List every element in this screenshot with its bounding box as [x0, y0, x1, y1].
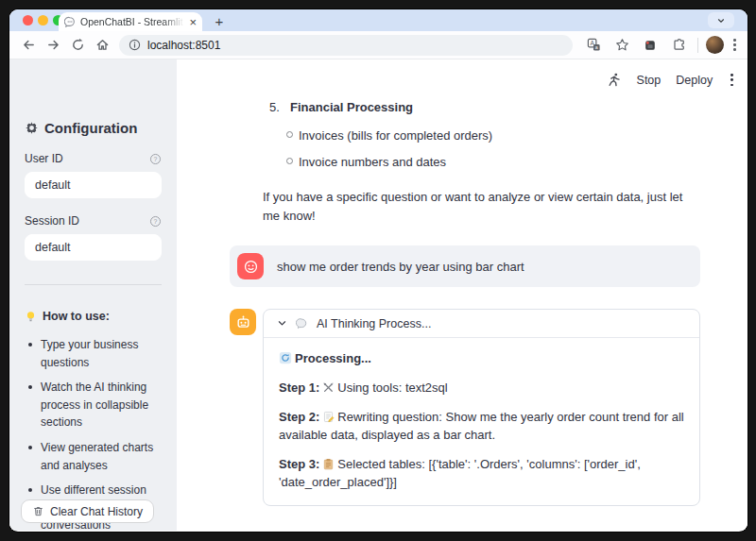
sub-list-item: Invoices (bills for completed orders) [230, 127, 700, 145]
main-area: Stop Deploy 5. Financial Processing Invo… [177, 59, 747, 531]
home-button[interactable] [91, 34, 113, 57]
lightbulb-icon [25, 311, 37, 323]
thinking-expander: AI Thinking Process... Processing... Ste… [263, 309, 700, 506]
user-face-icon [243, 259, 259, 275]
help-icon[interactable]: ? [149, 153, 162, 165]
window-controls [23, 15, 63, 25]
address-bar[interactable]: localhost:8501 [119, 35, 573, 56]
extension-badge-icon [644, 39, 657, 52]
session-id-label: Session ID [25, 214, 79, 228]
thinking-step: Step 1:Using tools: text2sql [279, 380, 684, 397]
list-item: Type your business questions [25, 336, 162, 371]
svg-text:?: ? [154, 155, 158, 161]
list-item: View generated charts and analyses [25, 439, 162, 474]
browser-menu-button[interactable] [730, 37, 740, 53]
tools-icon [322, 381, 335, 394]
help-icon[interactable]: ? [149, 215, 162, 228]
bookmark-button[interactable] [610, 34, 633, 57]
chevron-down-icon [716, 16, 726, 25]
translate-button[interactable]: Aa [582, 34, 605, 57]
minimize-window-button[interactable] [38, 15, 48, 25]
browser-window: OpenChatBI - Streamlit Interf × + localh… [9, 9, 747, 532]
browser-toolbar: localhost:8501 Aa [9, 31, 747, 59]
clear-chat-history-button[interactable]: Clear Chat History [21, 499, 154, 523]
reload-icon [71, 38, 85, 52]
tab-close-icon[interactable]: × [189, 16, 197, 28]
pinned-extension-button[interactable] [639, 34, 662, 57]
sidebar-title: Configuration [25, 120, 162, 136]
session-id-field[interactable] [25, 234, 162, 261]
back-arrow-icon [22, 38, 36, 52]
user-message-text: show me order trends by year using bar c… [277, 260, 524, 274]
thinking-expander-body: Processing... Step 1:Using tools: text2s… [264, 338, 699, 505]
puzzle-icon [672, 38, 686, 52]
assistant-closing-text: If you have a specific question or want … [230, 188, 700, 225]
list-title: Financial Processing [290, 100, 413, 114]
how-to-use-title: How to use: [25, 310, 162, 323]
chat-content: 5. Financial Processing Invoices (bills … [230, 59, 700, 532]
new-tab-button[interactable]: + [211, 13, 228, 30]
svg-text:a: a [595, 44, 598, 50]
trash-icon [32, 505, 44, 517]
memo-icon [322, 411, 335, 423]
assistant-avatar [230, 309, 256, 335]
tab-strip: OpenChatBI - Streamlit Interf × + [9, 9, 747, 31]
refresh-icon [279, 351, 292, 364]
thought-bubble-icon [296, 317, 308, 330]
processing-line: Processing... [279, 350, 684, 368]
star-icon [615, 38, 629, 52]
clipboard-icon [322, 458, 335, 470]
thinking-step: Step 2:Rewriting question: Show me the y… [279, 409, 684, 445]
gear-icon [25, 121, 39, 135]
list-number: 5. [269, 100, 283, 114]
assistant-message: AI Thinking Process... Processing... Ste… [230, 309, 700, 506]
url-text[interactable]: localhost:8501 [147, 39, 220, 52]
assistant-message-tail: 5. Financial Processing Invoices (bills … [230, 100, 700, 225]
back-button[interactable] [17, 34, 40, 57]
thinking-expander-header[interactable]: AI Thinking Process... [264, 310, 699, 338]
forward-arrow-icon [46, 38, 60, 52]
close-window-button[interactable] [23, 15, 33, 25]
list-item: Watch the AI thinking process in collaps… [25, 379, 162, 431]
user-message: show me order trends by year using bar c… [230, 245, 700, 287]
thinking-expander-label: AI Thinking Process... [317, 317, 431, 330]
robot-icon [235, 314, 251, 330]
tab-favicon-chat-bubble-icon [64, 16, 76, 27]
sidebar: Configuration User ID ? Session ID ? How… [9, 59, 177, 531]
forward-button[interactable] [42, 34, 64, 57]
sub-list-item: Invoice numbers and dates [230, 153, 700, 172]
tab-search-button[interactable] [708, 12, 734, 28]
user-avatar [237, 253, 264, 279]
chevron-down-icon [277, 318, 287, 329]
thinking-step: Step 3:Selected tables: [{'table': '.Ord… [279, 456, 684, 492]
translate-icon: Aa [587, 38, 601, 52]
profile-avatar[interactable] [706, 36, 724, 54]
tab-title: OpenChatBI - Streamlit Interf [80, 16, 184, 27]
reload-button[interactable] [66, 34, 89, 57]
user-id-field[interactable] [25, 172, 162, 198]
browser-tab[interactable]: OpenChatBI - Streamlit Interf × [59, 12, 202, 31]
toolbar-divider [697, 38, 698, 53]
extensions-button[interactable] [667, 34, 690, 57]
sidebar-divider [25, 284, 162, 285]
user-id-label: User ID [25, 152, 63, 165]
home-icon [95, 38, 110, 52]
app-menu-button[interactable] [728, 72, 736, 88]
site-info-icon[interactable] [129, 39, 141, 51]
svg-text:?: ? [154, 217, 158, 224]
